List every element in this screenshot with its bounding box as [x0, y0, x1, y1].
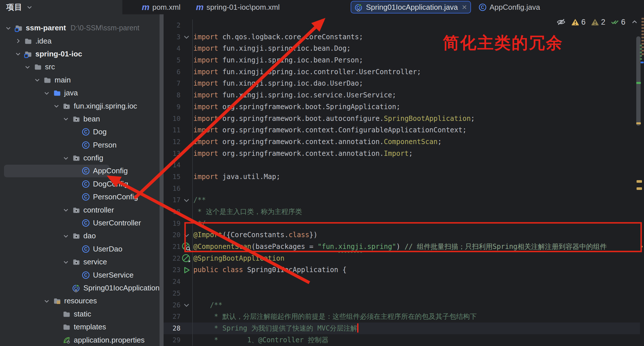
- tree-item-fun.xingji.spring.ioc[interactable]: fun.xingji.spring.ioc: [0, 99, 160, 112]
- code-line-10[interactable]: 10import org.springframework.boot.autoco…: [164, 113, 640, 125]
- code-line-4[interactable]: 4import fun.xingji.spring.ioc.bean.Dog;: [164, 43, 640, 54]
- error-stripe-mark[interactable]: [641, 53, 644, 55]
- chevron-down-icon[interactable]: [26, 3, 33, 11]
- error-stripe-mark[interactable]: [641, 50, 644, 52]
- fold-chevron-icon[interactable]: [180, 196, 192, 204]
- highlighting-off-eye-icon[interactable]: [556, 17, 566, 27]
- code-area[interactable]: 23import ch.qos.logback.core.CoreConstan…: [164, 19, 640, 346]
- tree-item-UserDao[interactable]: CUserDao: [0, 243, 160, 255]
- chevron-right-icon[interactable]: [14, 37, 22, 45]
- error-stripe-mark[interactable]: [636, 122, 641, 124]
- error-stripe-mark[interactable]: [641, 46, 644, 48]
- code-line-11[interactable]: 11import org.springframework.context.Con…: [164, 124, 640, 136]
- tree-item-DogConfig[interactable]: CDogConfig: [0, 178, 160, 190]
- tree-item-spring-01-ioc[interactable]: spring-01-ioc: [0, 48, 160, 60]
- code-line-3[interactable]: 3import ch.qos.logback.core.CoreConstant…: [164, 31, 640, 43]
- error-stripe-mark[interactable]: [641, 246, 643, 247]
- error-stripe-mark[interactable]: [641, 21, 644, 23]
- code-line-27[interactable]: 27 * 默认，分层注解能起作用的前提是：这些组件必须在主程序所在的包及其子包结…: [164, 311, 640, 323]
- tree-item-Dog[interactable]: CDog: [0, 125, 160, 138]
- tree-item-UserController[interactable]: CUserController: [0, 217, 160, 229]
- warning-indicator[interactable]: 6: [571, 18, 586, 27]
- prev-problem-button[interactable]: [631, 18, 639, 26]
- code-line-24[interactable]: 24: [164, 276, 640, 288]
- fold-chevron-icon[interactable]: [180, 33, 192, 41]
- weak-warning-indicator[interactable]: 2: [591, 18, 605, 27]
- code-line-15[interactable]: 15import java.util.Map;: [164, 171, 640, 183]
- code-line-6[interactable]: 6import fun.xingji.spring.ioc.controller…: [164, 66, 640, 78]
- fold-chevron-icon[interactable]: [180, 231, 192, 239]
- editor-tab-Spring01IocApplication.java[interactable]: Spring01IocApplication.java×: [351, 1, 471, 13]
- error-stripe-mark[interactable]: [640, 52, 642, 53]
- chevron-down-icon[interactable]: [23, 63, 32, 71]
- tree-item-PersonConfig[interactable]: CPersonConfig: [0, 190, 160, 203]
- chevron-down-icon[interactable]: [62, 115, 70, 123]
- tree-item-resources[interactable]: resources: [0, 294, 160, 307]
- error-stripe-mark[interactable]: [641, 27, 644, 29]
- error-stripe-mark[interactable]: [637, 180, 642, 183]
- error-stripe-mark[interactable]: [641, 34, 644, 35]
- code-line-13[interactable]: 13import org.springframework.context.ann…: [164, 148, 640, 160]
- chevron-down-icon[interactable]: [62, 154, 70, 162]
- tree-item-static[interactable]: static: [0, 308, 160, 321]
- tree-item-src[interactable]: src: [0, 60, 160, 73]
- tree-item-Spring01IocApplication[interactable]: Spring01IocApplication: [0, 282, 160, 294]
- code-line-16[interactable]: 16: [164, 183, 640, 194]
- code-line-21[interactable]: 21@ComponentScan(basePackages = "fun.xin…: [164, 241, 640, 253]
- error-stripe-mark[interactable]: [641, 30, 644, 32]
- close-icon[interactable]: ×: [462, 3, 467, 11]
- tree-item-main[interactable]: main: [0, 74, 160, 86]
- code-line-25[interactable]: 25: [164, 288, 640, 299]
- code-line-29[interactable]: 29 * 1、@Controller 控制器: [164, 334, 640, 346]
- error-stripe-mark[interactable]: [641, 24, 644, 26]
- tree-item-application.properties[interactable]: application.properties: [0, 333, 160, 346]
- code-line-26[interactable]: 26 /**: [164, 299, 640, 311]
- chevron-down-icon[interactable]: [33, 76, 42, 84]
- run-gutter-icon[interactable]: [180, 266, 192, 274]
- spring-scan-gutter-icon[interactable]: [180, 242, 192, 251]
- chevron-down-icon[interactable]: [42, 297, 51, 305]
- code-line-18[interactable]: 18 * 这个是主入口类，称为主程序类: [164, 206, 640, 218]
- code-editor[interactable]: 23import ch.qos.logback.core.CoreConstan…: [164, 14, 644, 346]
- error-stripe-mark[interactable]: [640, 58, 642, 60]
- tree-item-templates[interactable]: templates: [0, 321, 160, 333]
- tree-item-ssm-parent[interactable]: ssm-parentD:\0-SSM\ssm-parent: [0, 21, 160, 34]
- chevron-down-icon[interactable]: [14, 50, 22, 58]
- code-line-19[interactable]: 19 */: [164, 218, 640, 229]
- editor-tab-AppConfig.java[interactable]: CAppConfig.java: [475, 0, 543, 14]
- code-line-20[interactable]: 20@Import({CoreConstants.class}): [164, 229, 640, 241]
- tree-item-java[interactable]: java: [0, 86, 160, 99]
- tree-item-bean[interactable]: bean: [0, 113, 160, 125]
- code-line-23[interactable]: 23public class Spring01IocApplication {: [164, 264, 640, 276]
- project-panel-header[interactable]: 项目: [0, 0, 122, 14]
- error-stripe-mark[interactable]: [641, 43, 644, 45]
- tree-item-AppConfig[interactable]: CAppConfig: [0, 164, 160, 177]
- error-stripe-mark[interactable]: [637, 187, 642, 190]
- chevron-down-icon[interactable]: [4, 24, 13, 32]
- editor-tab-pom.xml[interactable]: mpom.xml: [138, 0, 184, 14]
- spring-bean-gutter-icon[interactable]: [180, 254, 192, 263]
- code-line-14[interactable]: 14: [164, 159, 640, 171]
- editor-tab-spring-01-ioc-pom.xml[interactable]: mspring-01-ioc\pom.xml: [193, 0, 283, 14]
- error-stripe-mark[interactable]: [636, 82, 641, 84]
- tree-item-config[interactable]: config: [0, 152, 160, 164]
- ok-indicator[interactable]: 6: [610, 18, 625, 27]
- chevron-down-icon[interactable]: [62, 232, 70, 240]
- error-stripe-mark[interactable]: [641, 40, 644, 42]
- code-line-22[interactable]: 22@SpringBootApplication: [164, 253, 640, 264]
- code-line-12[interactable]: 12import org.springframework.context.ann…: [164, 136, 640, 148]
- panel-splitter[interactable]: [160, 14, 164, 346]
- chevron-down-icon[interactable]: [62, 206, 70, 214]
- tree-item-.idea[interactable]: .idea: [0, 34, 160, 47]
- error-stripe-mark[interactable]: [640, 48, 642, 50]
- code-line-8[interactable]: 8import fun.xingji.spring.ioc.service.Us…: [164, 89, 640, 101]
- tree-item-controller[interactable]: controller: [0, 203, 160, 216]
- tree-item-service[interactable]: service: [0, 255, 160, 268]
- error-stripe-mark[interactable]: [640, 55, 642, 57]
- fold-chevron-icon[interactable]: [180, 301, 192, 309]
- error-stripe-mark[interactable]: [641, 18, 644, 19]
- tree-item-Person[interactable]: CPerson: [0, 139, 160, 152]
- code-line-17[interactable]: 17/**: [164, 194, 640, 206]
- code-line-5[interactable]: 5import fun.xingji.spring.ioc.bean.Perso…: [164, 54, 640, 66]
- error-stripe-mark[interactable]: [640, 45, 642, 46]
